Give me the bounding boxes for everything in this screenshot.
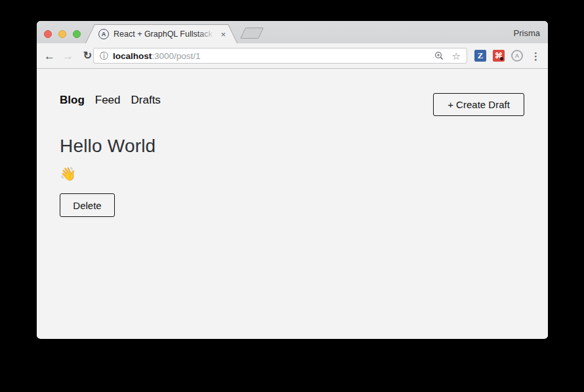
page-content: Blog Feed Drafts + Create Draft Hello Wo… (37, 69, 548, 338)
knot-dot (500, 57, 503, 60)
traffic-lights (44, 30, 81, 38)
reload-button[interactable]: ↻ (81, 50, 94, 61)
tab-bar: A React + GraphQL Fullstack Boil × Prism… (37, 21, 548, 43)
browser-tab[interactable]: A React + GraphQL Fullstack Boil × (85, 24, 238, 43)
nav-link-blog[interactable]: Blog (60, 93, 85, 107)
browser-toolbar: ← → ↻ ⓘ localhost :3000/post/1 ☆ Z ⌘ (37, 43, 548, 69)
browser-menu-icon[interactable]: ⋮ (530, 51, 542, 61)
apollo-favicon-icon: A (98, 29, 109, 39)
tab-title: React + GraphQL Fullstack Boil (114, 29, 217, 39)
nav-link-drafts[interactable]: Drafts (131, 93, 161, 107)
post-body-emoji: 👋 (60, 165, 76, 182)
nav-link-feed[interactable]: Feed (95, 93, 121, 107)
browser-window: A React + GraphQL Fullstack Boil × Prism… (37, 21, 548, 339)
red-knot-extension-icon[interactable]: ⌘ (493, 50, 505, 62)
address-bar[interactable]: ⓘ localhost :3000/post/1 ☆ (93, 48, 467, 64)
create-draft-button[interactable]: + Create Draft (433, 93, 524, 116)
new-tab-button[interactable] (240, 28, 264, 39)
url-host: localhost (113, 51, 152, 61)
desktop-background: A React + GraphQL Fullstack Boil × Prism… (0, 0, 584, 392)
back-button[interactable]: ← (43, 50, 56, 62)
zoom-in-icon[interactable] (434, 51, 444, 60)
main-nav: Blog Feed Drafts (60, 93, 161, 107)
window-close-button[interactable] (44, 30, 52, 38)
bookmark-star-icon[interactable]: ☆ (452, 51, 461, 61)
post-title: Hello World (60, 134, 156, 158)
tab-close-icon[interactable]: × (220, 30, 226, 39)
profile-name-label: Prisma (514, 28, 540, 38)
tab-surface: A React + GraphQL Fullstack Boil × (86, 25, 237, 43)
window-minimize-button[interactable] (58, 30, 66, 38)
url-path: :3000/post/1 (152, 51, 200, 61)
favicon-letter: A (102, 31, 106, 37)
extension-area: Z ⌘ A ⋮ (474, 43, 542, 68)
zotero-extension-icon[interactable]: Z (474, 50, 486, 62)
window-zoom-button[interactable] (73, 30, 81, 38)
profile-avatar-icon[interactable]: A (511, 50, 523, 62)
forward-button[interactable]: → (62, 50, 74, 62)
page-info-icon[interactable]: ⓘ (100, 52, 108, 60)
delete-button[interactable]: Delete (60, 193, 115, 217)
